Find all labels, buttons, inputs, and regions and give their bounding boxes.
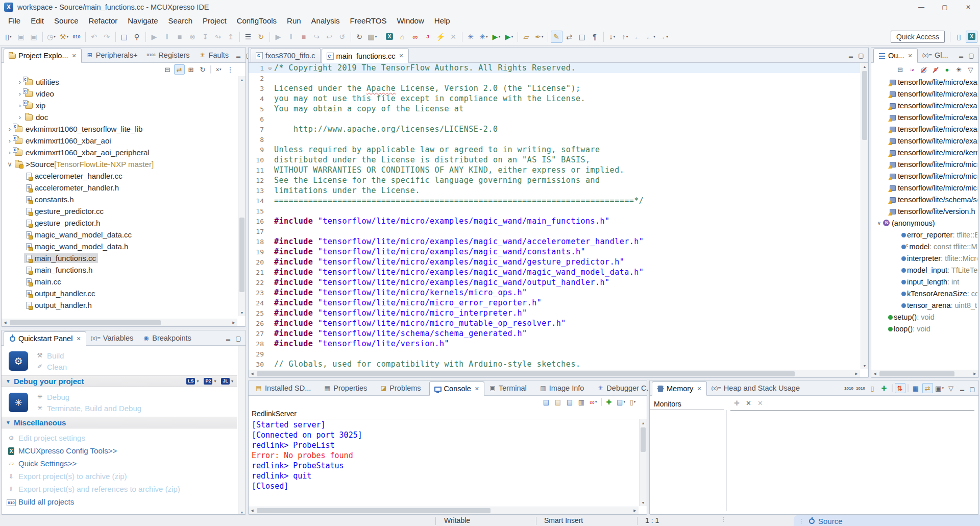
tab-main-functions[interactable]: main_functions.cc	[322, 49, 409, 63]
outline-list[interactable]: tensorflow/lite/micro/examples/magic_wan…	[871, 76, 977, 367]
resume-icon[interactable]: ▶	[149, 31, 160, 43]
tree-item[interactable]: output_handler.h	[2, 299, 237, 311]
separator[interactable]	[603, 32, 604, 42]
pin-memory-icon[interactable]: ✚	[879, 383, 890, 393]
tree-item[interactable]: magic_wand_model_data.cc	[2, 229, 237, 241]
code-editor[interactable]: 1 ⊖ /* Copyright 2019 The TensorFlow Aut…	[249, 63, 860, 369]
memory-pane-divider[interactable]	[726, 410, 727, 511]
separator[interactable]	[381, 32, 381, 42]
outline-item[interactable]: kTensorArenaSize : const int	[871, 288, 977, 299]
build-config-icon[interactable]: ◷▾	[45, 31, 57, 43]
home-icon[interactable]: ⌂	[397, 31, 408, 43]
table-rendering-icon[interactable]: ▦	[911, 383, 921, 393]
menu-item[interactable]: Project	[198, 15, 232, 27]
separator[interactable]	[85, 32, 86, 42]
tree-item[interactable]: › doc	[2, 111, 237, 123]
open-perspective-icon[interactable]: ▯	[953, 31, 965, 43]
outline-item[interactable]: tensorflow/lite/micro/micro_error_report…	[871, 158, 977, 170]
view-menu-icon[interactable]: ⋮	[225, 64, 236, 75]
tree-item[interactable]: › evkmimxrt1060_xbar_aoi_peripheral	[2, 147, 237, 158]
menu-item[interactable]: Edit	[26, 15, 49, 27]
outline-item[interactable]: tensor_arena : uint8_t	[871, 299, 977, 311]
show-instructions-icon[interactable]: ☰	[242, 31, 254, 43]
annotate-icon[interactable]: ✒▾	[533, 31, 545, 43]
minimize-view-icon[interactable]	[846, 51, 856, 59]
forward-icon[interactable]: →▾	[657, 31, 669, 43]
section-collapse-icon[interactable]: ▼	[6, 378, 11, 384]
tree-item[interactable]: gesture_predictor.h	[2, 217, 237, 229]
search-icon[interactable]: ⚲	[131, 31, 143, 43]
close-icon[interactable]	[72, 53, 77, 59]
explorer-vscroll[interactable]	[238, 76, 246, 316]
menu-item[interactable]: Navigate	[122, 15, 163, 27]
grid-icon[interactable]: ⊞	[186, 64, 197, 75]
explorer-hscroll[interactable]	[2, 319, 237, 326]
redo-icon[interactable]: ↷	[101, 31, 113, 43]
debug-link[interactable]: Debug	[35, 391, 141, 402]
minimize-view-icon[interactable]	[957, 384, 967, 393]
terminate-icon[interactable]: ■	[174, 31, 186, 43]
project-tree[interactable]: › utilities › video › xip	[2, 76, 237, 316]
tree-item[interactable]: main_functions.h	[2, 264, 237, 276]
tab-problems[interactable]: Problems	[375, 381, 429, 395]
next-annotation-icon[interactable]: ↓▾	[606, 31, 618, 43]
link-with-editor-icon[interactable]: ⇄	[174, 64, 185, 75]
collapse-all-icon[interactable]: ⊟	[162, 64, 173, 75]
separator[interactable]	[601, 398, 602, 406]
tab-project-explorer[interactable]: Project Explo...	[4, 49, 82, 63]
outline-item[interactable]: tensorflow/lite/micro/examples/magic_wan…	[871, 88, 977, 100]
save-icon[interactable]: ▣	[15, 31, 27, 43]
open-console-icon[interactable]: ▯▾	[627, 397, 638, 407]
outline-item[interactable]: tensorflow/lite/micro/examples/magic_wan…	[871, 100, 977, 111]
outline-item[interactable]: loop() : void	[871, 323, 977, 334]
tree-item[interactable]: constants.h	[2, 194, 237, 205]
linkserver-badge[interactable]: LS▾	[181, 378, 199, 385]
tab-installed-sdks[interactable]: Installed SD...	[251, 381, 319, 395]
switch-layout-icon[interactable]: ⇄	[922, 383, 933, 393]
outline-item[interactable]: tensorflow/lite/version.h	[871, 205, 977, 217]
mark-occurrences-icon[interactable]: ✎	[551, 31, 562, 43]
add-monitor-icon[interactable]: ✚	[731, 398, 742, 408]
outline-item[interactable]: tensorflow/lite/micro/examples/magic_wan…	[871, 111, 977, 123]
tree-item[interactable]: magic_wand_model_data.h	[2, 241, 237, 252]
tab-terminal[interactable]: Terminal	[484, 381, 535, 395]
maximize-view-icon[interactable]	[233, 333, 243, 342]
terminate-all-icon[interactable]: ■	[298, 31, 310, 43]
tree-item[interactable]: gesture_predictor.cc	[2, 205, 237, 217]
export-archive-link[interactable]: Export project(s) to archive (zip)	[7, 470, 237, 483]
step-return-icon[interactable]: ↥	[225, 31, 237, 43]
hide-non-public-icon[interactable]: ●	[942, 64, 952, 75]
pemicro-badge[interactable]: P2▾	[199, 378, 216, 385]
new-memory-view-icon[interactable]: ▯	[867, 383, 878, 393]
menu-item[interactable]: ConfigTools	[232, 15, 282, 27]
suspend-icon[interactable]: ‖	[161, 31, 173, 43]
editor-vscroll[interactable]	[861, 63, 868, 369]
close-icon[interactable]: ✕	[475, 386, 479, 392]
separator[interactable]	[892, 384, 893, 392]
disconnect-icon[interactable]: ⊗	[187, 31, 199, 43]
config-tools-link[interactable]: MCUXpresso Config Tools>>	[7, 444, 237, 457]
sort-icon[interactable]: ↓z	[906, 64, 917, 75]
outline-item[interactable]: model_input : TfLiteTensor	[871, 264, 977, 276]
separator[interactable]	[42, 32, 43, 42]
close-icon[interactable]	[76, 336, 81, 342]
tab-outline[interactable]: Ou...	[873, 49, 918, 63]
quick-settings-link[interactable]: Quick Settings>>	[7, 457, 237, 470]
debug-section-header[interactable]: ▼ Debug your project LS▾ P2▾ JL▾	[2, 375, 237, 387]
view-menu-icon[interactable]: ▽	[946, 383, 957, 393]
hide-fields-icon[interactable]: ◎	[918, 64, 929, 75]
outline-item[interactable]: input_length : int	[871, 276, 977, 288]
step-over-icon[interactable]: ↬	[212, 31, 224, 43]
undo-icon[interactable]: ↶	[88, 31, 100, 43]
filter-icon[interactable]: X▾	[213, 64, 224, 75]
quickstart-vscroll[interactable]	[238, 346, 246, 514]
debug-icon[interactable]: ✳	[465, 31, 477, 43]
close-icon[interactable]	[908, 53, 912, 59]
hide-static-icon[interactable]: S	[930, 64, 941, 75]
tab-heap-stack-usage[interactable]: Heap and Stack Usage	[707, 381, 804, 395]
step-filters-icon[interactable]: ↪	[311, 31, 323, 43]
menu-item[interactable]: Run	[282, 15, 306, 27]
outline-item[interactable]: tensorflow/lite/micro/examples/magic_wan…	[871, 123, 977, 135]
back-history-icon[interactable]: ←▾	[645, 31, 656, 43]
maximize-view-icon[interactable]	[967, 384, 977, 393]
